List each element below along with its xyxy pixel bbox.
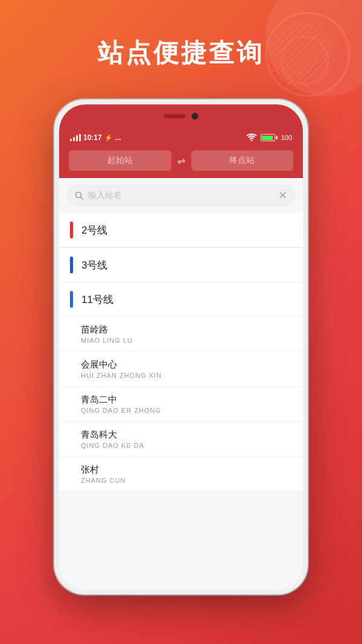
wifi-icon — [246, 133, 257, 142]
lines-list: 2号线 3号线 11号线 苗岭路 MIAO LING LU — [59, 213, 303, 492]
battery-tip — [276, 136, 278, 139]
battery-fill — [262, 136, 273, 140]
speaker — [164, 114, 186, 118]
station-1-en: HUI ZHAN ZHONG XIN — [81, 372, 292, 379]
search-icon — [75, 191, 83, 200]
phone-inner: 10:17 ⚡ ... — [59, 104, 303, 590]
search-clear-button[interactable]: ✕ — [278, 189, 287, 202]
signal-bar-3 — [76, 135, 78, 141]
svg-line-4 — [81, 197, 83, 200]
station-4-cn: 张村 — [81, 464, 292, 476]
station-4-en: ZHANG CUN — [81, 477, 292, 484]
status-time: 10:17 — [83, 133, 102, 142]
phone-screen: 10:17 ⚡ ... — [59, 104, 303, 590]
station-item-2[interactable]: 青岛二中 QING DAO ER ZHONG — [59, 387, 303, 422]
station-1-cn: 会展中心 — [81, 359, 292, 371]
line-0-indicator — [70, 222, 73, 238]
station-2-cn: 青岛二中 — [81, 394, 292, 406]
search-bar: 输入站名 ✕ — [66, 184, 296, 207]
charge-icon: ⚡ — [104, 134, 113, 142]
phone-top-physical — [59, 104, 303, 127]
station-0-en: MIAO LING LU — [81, 337, 292, 344]
svg-point-1 — [268, 21, 335, 88]
swap-icon[interactable]: ⇌ — [177, 155, 185, 167]
line-1-indicator — [70, 257, 73, 273]
line-2-label: 11号线 — [81, 293, 113, 307]
line-item-1[interactable]: 3号线 — [59, 247, 303, 282]
battery-body — [261, 134, 275, 141]
end-station-input[interactable]: 终点站 — [191, 150, 294, 171]
battery-icon — [261, 134, 278, 141]
svg-point-2 — [250, 139, 252, 141]
app-header: 起始站 ⇌ 终点站 — [59, 145, 303, 178]
signal-bar-4 — [79, 134, 81, 141]
start-station-input[interactable]: 起始站 — [69, 150, 171, 171]
camera — [192, 113, 198, 120]
station-2-en: QING DAO ER ZHONG — [81, 407, 292, 414]
station-3-en: QING DAO KE DA — [81, 442, 292, 449]
line-1-label: 3号线 — [81, 258, 107, 272]
station-3-cn: 青岛科大 — [81, 429, 292, 441]
signal-bar-2 — [73, 137, 75, 141]
status-bar: 10:17 ⚡ ... — [59, 127, 303, 145]
battery-label: 100 — [281, 134, 292, 141]
status-right: 100 — [246, 133, 292, 142]
status-left: 10:17 ⚡ ... — [70, 133, 121, 142]
page-title: 站点便捷查询 — [98, 36, 264, 70]
signal-bar-1 — [70, 139, 72, 141]
line-item-2[interactable]: 11号线 — [59, 282, 303, 317]
phone-mockup: 10:17 ⚡ ... — [54, 100, 308, 595]
signal-bars — [70, 134, 81, 141]
line-2-indicator — [70, 291, 73, 308]
station-item-0[interactable]: 苗岭路 MIAO LING LU — [59, 317, 303, 352]
status-dots: ... — [115, 133, 121, 142]
station-item-4[interactable]: 张村 ZHANG CUN — [59, 457, 303, 492]
main-content: 输入站名 ✕ 2号线 3号线 11号 — [59, 178, 303, 590]
station-item-3[interactable]: 青岛科大 QING DAO KE DA — [59, 422, 303, 457]
line-item-0[interactable]: 2号线 — [59, 213, 303, 247]
station-item-1[interactable]: 会展中心 HUI ZHAN ZHONG XIN — [59, 352, 303, 387]
hatch-decoration — [265, 18, 338, 91]
station-0-cn: 苗岭路 — [81, 324, 292, 336]
line-0-label: 2号线 — [81, 223, 107, 237]
search-placeholder[interactable]: 输入站名 — [88, 190, 273, 201]
